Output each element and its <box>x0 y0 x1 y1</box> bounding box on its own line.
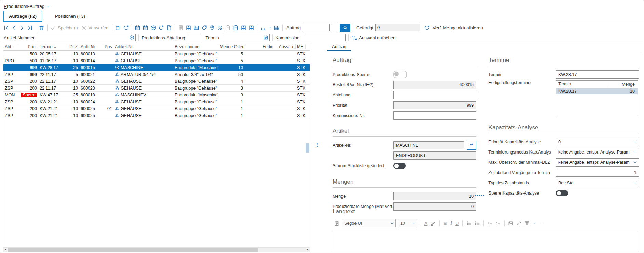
table-row[interactable]: ZSP200KW.21.211060002501GEHÄUSEBaugruppe… <box>3 105 310 112</box>
column-header-auftr[interactable]: Auftr.Nr. <box>79 44 103 49</box>
font-size-select[interactable]: 10 <box>398 219 417 227</box>
auswahl-aufheben-label[interactable]: Auswahl aufheben <box>359 35 395 40</box>
goto-artikel-button[interactable] <box>467 141 476 150</box>
paste-icon[interactable] <box>334 221 339 226</box>
kommissions-nr-input[interactable] <box>393 111 476 120</box>
table-row[interactable]: MONSperreKW.47.1725600018MASCHINEVEndpro… <box>3 92 310 98</box>
panel-splitter[interactable] <box>317 142 318 148</box>
storage-icon[interactable] <box>186 25 191 31</box>
calendar-icon[interactable] <box>263 35 268 40</box>
article-box-icon[interactable] <box>129 35 134 40</box>
calendar-day-icon[interactable] <box>135 25 140 31</box>
module-dropdown-icon[interactable] <box>46 4 51 9</box>
produktions-sperre-toggle[interactable] <box>393 71 407 78</box>
max-ueberschr-select[interactable]: keine Angabe, entspr. Analyse-Param <box>556 158 639 167</box>
document-icon[interactable] <box>178 25 184 31</box>
stamm-stueckliste-toggle[interactable] <box>393 163 406 169</box>
fert-col-termin[interactable]: Termin <box>556 82 608 86</box>
kommission-input[interactable] <box>304 34 346 41</box>
nav-last-icon[interactable] <box>27 25 33 31</box>
module-title[interactable]: Produktions-Auftrag <box>4 3 51 10</box>
percent-cancel-icon[interactable] <box>217 25 223 31</box>
clear-selection-icon[interactable] <box>351 35 357 41</box>
statistics-dropdown-icon[interactable] <box>268 26 272 30</box>
verf-menge-label[interactable]: Verf. Menge aktualisieren <box>433 25 483 30</box>
column-header-bez[interactable]: Bezeichnung <box>173 44 218 49</box>
print-icon[interactable] <box>166 25 172 31</box>
nav-next-icon[interactable] <box>19 25 25 31</box>
delete-icon[interactable] <box>39 25 44 31</box>
tab-positionen[interactable]: Positionen (F3) <box>50 11 90 22</box>
terminierungsmodus-select[interactable]: keine Angabe, entspr. Analyse-Param <box>556 148 639 156</box>
auftrag-pos-input[interactable] <box>331 24 338 31</box>
nav-first-icon[interactable] <box>3 25 9 31</box>
table-row[interactable]: 999KW.28.1725600015MASCHINEEndprodukt "M… <box>3 64 310 71</box>
tag-icon[interactable] <box>201 25 207 31</box>
image-icon[interactable] <box>508 221 513 226</box>
table-icon[interactable] <box>524 221 530 226</box>
fert-col-menge[interactable]: Menge <box>608 82 638 87</box>
search-button[interactable] <box>340 24 350 32</box>
outdent-icon[interactable] <box>487 221 493 226</box>
column-header-aussch[interactable]: Aussch. <box>275 44 296 49</box>
picture-icon[interactable] <box>193 25 199 31</box>
column-header-menge[interactable]: Menge Offen <box>218 44 244 49</box>
bold-icon[interactable]: B <box>443 221 447 226</box>
auftrag-search-input[interactable] <box>303 24 330 31</box>
termin-filter-input[interactable] <box>224 34 270 41</box>
detail-splitter-dots[interactable]: ••••• <box>475 193 485 197</box>
horizontal-scrollbar[interactable]: ◄ ► <box>3 247 310 252</box>
typ-zeitabstand-select[interactable]: Betr.Std. <box>556 179 639 187</box>
table-row[interactable]: ZSP200KW.21.2110600024GEHÄUSEBaugruppe "… <box>3 98 310 105</box>
horizontal-scrollbar-thumb[interactable] <box>8 248 258 252</box>
location-icon[interactable] <box>209 25 215 31</box>
table-row[interactable]: ZSP20022.11.1710600023GEHÄUSEBaugruppe "… <box>3 85 310 92</box>
table-row[interactable]: ZSP20022.11.1710600022GEHÄUSEBaugruppe "… <box>3 78 310 85</box>
clipboard-icon[interactable] <box>225 25 231 31</box>
zeitabstand-input[interactable]: 1 <box>556 169 639 177</box>
scroll-left-icon[interactable]: ◄ <box>3 248 8 252</box>
package-icon[interactable] <box>150 25 156 31</box>
underline-icon[interactable]: U <box>455 221 459 226</box>
fertigstellungstermin-row[interactable]: KW.28.17 10 <box>556 88 638 94</box>
archive-2-icon[interactable] <box>249 25 254 31</box>
font-color-icon[interactable]: A <box>424 221 427 226</box>
sperre-ka-toggle[interactable] <box>556 190 568 196</box>
column-header-artikel[interactable]: Artikel-Nr. <box>113 44 173 49</box>
calendar-week-icon[interactable] <box>143 25 148 31</box>
nav-prev-icon[interactable] <box>11 25 17 31</box>
artikel-nummer-input[interactable] <box>38 34 136 41</box>
table-row[interactable]: ZSP99922.11.175600021ARMATUR 3/4 1/4Arma… <box>3 71 310 78</box>
highlight-icon[interactable] <box>430 221 436 226</box>
langtext-editor[interactable] <box>333 230 639 250</box>
italic-icon[interactable]: I <box>450 221 452 226</box>
scroll-right-icon[interactable]: ► <box>305 248 310 252</box>
column-header-me[interactable]: ME <box>296 44 306 49</box>
column-header-prio[interactable]: Prio. <box>18 44 38 49</box>
column-header-termin[interactable]: Termin ▲ <box>38 44 67 49</box>
statistics-icon[interactable] <box>260 25 266 31</box>
abteilung-input[interactable] <box>393 91 476 99</box>
detail-tab-auftrag[interactable]: Auftrag <box>327 43 351 51</box>
column-header-pos[interactable]: Pos <box>103 44 113 49</box>
numbered-list-icon[interactable] <box>474 221 480 226</box>
font-family-select[interactable]: Segoe UI <box>342 219 396 227</box>
verf-menge-refresh-icon[interactable] <box>424 25 430 31</box>
column-header-abt[interactable]: Abt. <box>3 44 18 49</box>
termin-input[interactable]: KW.28.17 <box>556 70 639 79</box>
table-dropdown-icon[interactable] <box>533 222 536 225</box>
copy-order-icon[interactable] <box>115 25 121 31</box>
pivot-icon[interactable] <box>274 25 280 31</box>
column-header-dlz[interactable]: DLZ <box>67 44 79 49</box>
refresh-icon[interactable] <box>123 25 129 31</box>
reschedule-icon[interactable] <box>158 25 164 31</box>
bullet-list-icon[interactable] <box>466 221 472 226</box>
horizontal-rule-icon[interactable]: — <box>539 221 544 226</box>
save-icon[interactable] <box>50 25 56 31</box>
vertical-scrollbar-thumb[interactable] <box>306 143 309 153</box>
column-header-fertig[interactable]: Fertig <box>244 44 275 49</box>
archive-icon[interactable] <box>241 25 246 31</box>
tab-auftraege[interactable]: Aufträge (F2) <box>3 11 42 22</box>
table-row[interactable]: ZSP200KW.21.2110600025GEHÄUSEBaugruppe "… <box>3 112 310 119</box>
discard-icon[interactable] <box>81 25 87 31</box>
